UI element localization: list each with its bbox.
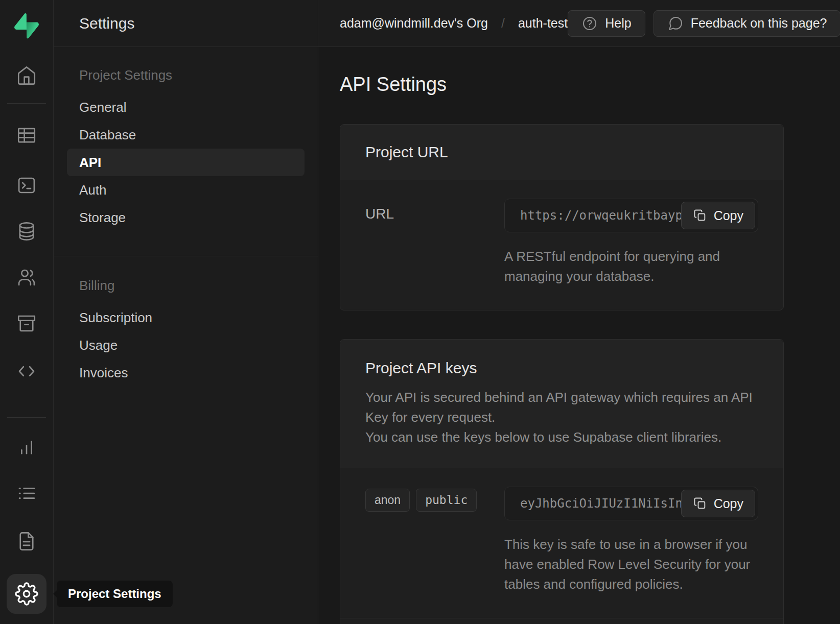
- main-area: adam@windmill.dev's Org / auth-test Help: [318, 0, 840, 624]
- project-api-keys-card: Project API keys Your API is secured beh…: [340, 339, 784, 624]
- header-actions: Help Feedback on this page?: [568, 10, 840, 37]
- project-url-card: Project URL URL https://orwqeukritbayp: [340, 124, 784, 310]
- anon-key-row: anon public eyJhbGciOiJIUzI1NiIsIn C: [340, 468, 783, 618]
- anon-key-description: This key is safe to use in a browser if …: [504, 535, 758, 594]
- nav-item-general[interactable]: General: [67, 93, 305, 121]
- sidebar-header: Settings: [54, 0, 318, 47]
- url-input-wrap: https://orwqeukritbayp Copy: [504, 199, 758, 232]
- settings-gear-icon[interactable]: [7, 574, 46, 614]
- url-label: URL: [365, 199, 504, 222]
- copy-icon: [693, 208, 707, 223]
- key-copy-button[interactable]: Copy: [681, 490, 755, 517]
- url-description: A RESTful endpoint for querying and mana…: [504, 247, 758, 286]
- url-row: URL https://orwqeukritbayp Copy: [340, 180, 783, 310]
- api-keys-card-title: Project API keys: [365, 359, 758, 377]
- feedback-label: Feedback on this page?: [691, 16, 827, 31]
- feedback-button[interactable]: Feedback on this page?: [654, 10, 840, 37]
- nav-item-subscription[interactable]: Subscription: [67, 304, 305, 331]
- settings-sidebar: Settings Project Settings General Databa…: [54, 0, 318, 624]
- rail-divider: [7, 417, 46, 418]
- api-keys-card-description: Your API is secured behind an API gatewa…: [365, 388, 758, 447]
- next-key-row-cutoff: [340, 618, 783, 624]
- auth-users-icon[interactable]: [12, 266, 41, 289]
- storage-archive-icon[interactable]: [12, 312, 41, 334]
- settings-content: API Settings Project URL URL https://orw…: [318, 47, 840, 624]
- home-icon[interactable]: [12, 64, 41, 87]
- nav-item-auth[interactable]: Auth: [67, 176, 305, 204]
- nav-section-billing: Billing: [67, 278, 305, 294]
- supabase-logo[interactable]: [14, 13, 39, 39]
- docs-file-icon[interactable]: [12, 530, 41, 553]
- key-badges: anon public: [365, 487, 504, 512]
- api-keys-card-header: Project API keys Your API is secured beh…: [340, 340, 783, 468]
- rail-divider: [7, 103, 46, 104]
- breadcrumb-project[interactable]: auth-test: [518, 16, 568, 31]
- project-settings-tooltip: Project Settings: [57, 581, 173, 607]
- nav-item-storage[interactable]: Storage: [67, 204, 305, 231]
- icon-rail: [0, 0, 54, 624]
- help-label: Help: [605, 16, 631, 31]
- help-circle-icon: [581, 15, 598, 32]
- project-url-card-title: Project URL: [365, 143, 758, 161]
- badge-public: public: [416, 489, 477, 512]
- speech-bubble-icon: [667, 15, 684, 32]
- logs-list-icon[interactable]: [12, 482, 41, 505]
- database-icon[interactable]: [12, 220, 41, 243]
- nav-item-api[interactable]: API: [67, 149, 305, 176]
- top-bar: adam@windmill.dev's Org / auth-test Help: [318, 0, 840, 47]
- help-button[interactable]: Help: [568, 10, 645, 37]
- table-editor-icon[interactable]: [12, 124, 41, 147]
- nav-item-database[interactable]: Database: [67, 121, 305, 149]
- nav-item-usage[interactable]: Usage: [67, 331, 305, 359]
- breadcrumb-separator: /: [501, 16, 505, 31]
- tooltip-arrow: [53, 590, 57, 598]
- copy-icon: [693, 496, 707, 511]
- sidebar-title: Settings: [79, 15, 134, 32]
- supabase-dashboard: Project Settings Settings Project Settin…: [0, 0, 840, 624]
- key-value-column: eyJhbGciOiJIUzI1NiIsIn Copy This key is …: [504, 487, 758, 594]
- api-code-icon[interactable]: [12, 360, 41, 382]
- copy-label: Copy: [714, 496, 743, 511]
- tooltip-label: Project Settings: [68, 587, 161, 601]
- nav-section-project-settings: Project Settings: [67, 67, 305, 83]
- project-url-card-header: Project URL: [340, 125, 783, 180]
- url-copy-button[interactable]: Copy: [681, 202, 755, 229]
- sql-terminal-icon[interactable]: [12, 174, 41, 197]
- nav-item-invoices[interactable]: Invoices: [67, 359, 305, 387]
- reports-chart-icon[interactable]: [12, 436, 41, 459]
- nav-divider: [54, 256, 318, 256]
- breadcrumb-org[interactable]: adam@windmill.dev's Org: [340, 16, 488, 31]
- badge-anon: anon: [365, 489, 410, 512]
- page-title: API Settings: [340, 74, 819, 95]
- settings-nav: Project Settings General Database API Au…: [54, 47, 318, 387]
- url-value-column: https://orwqeukritbayp Copy A RESTful en…: [504, 199, 758, 286]
- key-input-wrap: eyJhbGciOiJIUzI1NiIsIn Copy: [504, 487, 758, 520]
- copy-label: Copy: [714, 208, 743, 223]
